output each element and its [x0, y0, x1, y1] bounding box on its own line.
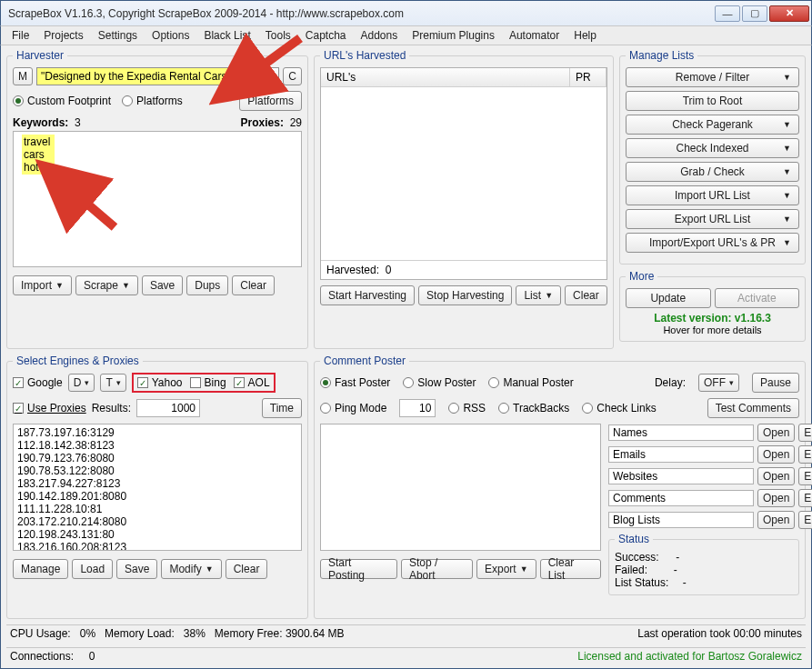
window-titlebar: ScrapeBox V1.16.3, Copyright ScrapeBox 2… [0, 0, 812, 25]
proxies-textarea[interactable]: 187.73.197.16:3129 112.18.142.38:8123 19… [13, 424, 302, 551]
import-urllist-button[interactable]: Import URL List▼ [626, 185, 799, 205]
manage-proxies-button[interactable]: Manage [13, 559, 68, 579]
e-comments-button[interactable]: E [798, 489, 812, 507]
d-button[interactable]: D▾ [68, 374, 95, 392]
check-pagerank-button[interactable]: Check Pagerank▼ [626, 115, 799, 135]
c-button[interactable]: C [283, 67, 302, 85]
comments-input[interactable] [608, 490, 754, 506]
e-bloglists-button[interactable]: E [798, 511, 812, 529]
pr-col-header[interactable]: PR [570, 68, 606, 86]
menu-premium[interactable]: Premium Plugins [406, 27, 500, 44]
keywords-textarea[interactable] [13, 131, 302, 267]
bing-checkbox[interactable]: Bing [190, 376, 226, 389]
manual-poster-radio[interactable]: Manual Poster [488, 376, 573, 389]
delay-dropdown[interactable]: OFF▾ [698, 374, 739, 392]
list-button[interactable]: List▼ [516, 285, 561, 305]
trackbacks-radio[interactable]: TrackBacks [498, 402, 569, 414]
use-proxies-checkbox[interactable]: Use Proxies [13, 402, 86, 414]
m-button[interactable]: M [13, 67, 33, 85]
menu-file[interactable]: File [6, 27, 35, 44]
menu-blacklist[interactable]: Black List [198, 27, 256, 44]
export-urllist-button[interactable]: Export URL List▼ [626, 209, 799, 229]
urls-col-header[interactable]: URL's [321, 68, 570, 86]
remove-filter-button[interactable]: Remove / Filter▼ [626, 67, 799, 87]
clear-keywords-button[interactable]: Clear [232, 275, 275, 295]
trim-root-button[interactable]: Trim to Root [626, 91, 799, 111]
menu-tools[interactable]: Tools [260, 27, 296, 44]
time-button[interactable]: Time [262, 398, 302, 418]
import-button[interactable]: Import▼ [13, 275, 72, 295]
checklinks-radio[interactable]: Check Links [582, 402, 656, 414]
keywords-label: Keywords: [13, 116, 68, 129]
open-bloglists-button[interactable]: Open [757, 511, 795, 529]
platforms-radio[interactable]: Platforms [122, 95, 183, 107]
pause-button[interactable]: Pause [752, 373, 799, 393]
menu-automator[interactable]: Automator [504, 27, 565, 44]
minimize-button[interactable]: — [715, 5, 740, 22]
open-websites-button[interactable]: Open [757, 467, 795, 485]
load-proxies-button[interactable]: Load [72, 559, 113, 579]
stop-harvesting-button[interactable]: Stop Harvesting [418, 285, 512, 305]
google-checkbox[interactable]: Google [13, 376, 63, 389]
menu-captcha[interactable]: Captcha [300, 27, 352, 44]
clear-list-button[interactable]: Clear List [540, 559, 601, 579]
slow-poster-radio[interactable]: Slow Poster [403, 376, 476, 389]
test-comments-button[interactable]: Test Comments [707, 398, 799, 418]
urls-harvested-legend: URL's Harvested [320, 49, 409, 62]
chevron-down-icon[interactable]: ▼ [264, 68, 278, 85]
yahoo-checkbox[interactable]: Yahoo [137, 376, 183, 389]
open-emails-button[interactable]: Open [757, 445, 795, 464]
proxies-label: Proxies: [241, 116, 284, 129]
close-button[interactable]: ✕ [769, 5, 809, 22]
footprint-combo[interactable]: "Designed by the Expedia Rental Cars Te … [36, 67, 279, 85]
clear-urls-button[interactable]: Clear [565, 285, 607, 305]
comment-poster-legend: Comment Poster [320, 354, 409, 367]
custom-footprint-radio[interactable]: Custom Footprint [13, 95, 111, 107]
fast-poster-radio[interactable]: Fast Poster [320, 376, 390, 389]
save-keywords-button[interactable]: Save [142, 275, 183, 295]
grab-check-button[interactable]: Grab / Check▼ [626, 162, 799, 182]
update-button[interactable]: Update [626, 288, 711, 308]
aol-checkbox[interactable]: AOL [234, 376, 270, 389]
urls-table-body[interactable] [321, 87, 606, 260]
rss-radio[interactable]: RSS [448, 402, 486, 414]
menu-addons[interactable]: Addons [356, 27, 404, 44]
hover-details-label: Hover for more details [626, 325, 799, 335]
e-websites-button[interactable]: E [798, 467, 812, 485]
e-emails-button[interactable]: E [798, 445, 812, 464]
start-posting-button[interactable]: Start Posting [320, 559, 397, 579]
open-names-button[interactable]: Open [757, 424, 795, 442]
clear-proxies-button[interactable]: Clear [226, 559, 268, 579]
comment-textarea[interactable] [320, 424, 601, 551]
e-names-button[interactable]: E [798, 424, 812, 442]
menu-projects[interactable]: Projects [38, 27, 88, 44]
import-export-pr-button[interactable]: Import/Export URL's & PR▼ [626, 233, 799, 253]
results-input[interactable] [136, 399, 200, 417]
footer-license: Connections: 0 Licensed and activated fo… [6, 647, 806, 664]
save-proxies-button[interactable]: Save [116, 559, 157, 579]
menu-options[interactable]: Options [146, 27, 195, 44]
modify-proxies-button[interactable]: Modify▼ [161, 559, 221, 579]
ping-mode-radio[interactable]: Ping Mode [320, 402, 386, 414]
open-comments-button[interactable]: Open [757, 489, 795, 507]
scrape-button[interactable]: Scrape▼ [75, 275, 138, 295]
success-value: - [676, 551, 679, 564]
maximize-button[interactable]: ▢ [742, 5, 767, 22]
export-button[interactable]: Export▼ [476, 559, 536, 579]
check-indexed-button[interactable]: Check Indexed▼ [626, 138, 799, 158]
menu-bar: File Projects Settings Options Black Lis… [0, 25, 812, 45]
stop-abort-button[interactable]: Stop / Abort [401, 559, 473, 579]
start-harvesting-button[interactable]: Start Harvesting [320, 285, 415, 305]
window-title: ScrapeBox V1.16.3, Copyright ScrapeBox 2… [8, 7, 713, 20]
names-input[interactable] [608, 424, 754, 441]
ping-value-input[interactable] [399, 399, 436, 417]
menu-help[interactable]: Help [568, 27, 602, 44]
bloglists-input[interactable] [608, 512, 754, 528]
t-button[interactable]: T▾ [100, 374, 125, 392]
platforms-button[interactable]: Platforms [239, 91, 302, 111]
emails-input[interactable] [608, 446, 754, 463]
menu-settings[interactable]: Settings [93, 27, 143, 44]
liststatus-value: - [683, 576, 687, 589]
dups-button[interactable]: Dups [186, 275, 228, 295]
websites-input[interactable] [608, 468, 754, 484]
